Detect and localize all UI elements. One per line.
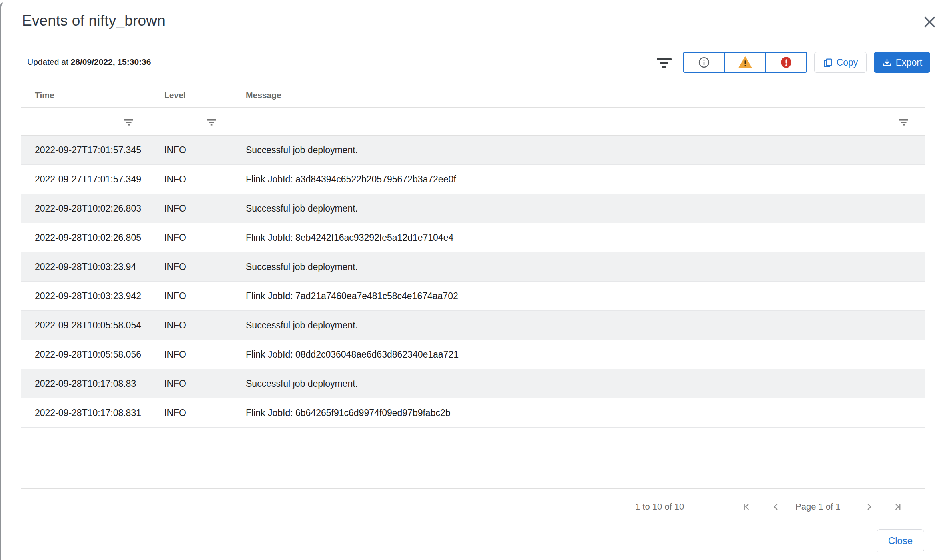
table-row: 2022-09-28T10:05:58.056INFOFlink JobId: … [21,340,925,369]
cell-message: Successful job deployment. [246,194,358,223]
pagination-bar: 1 to 10 of 10 Page 1 of 1 [1,497,939,516]
cell-message: Successful job deployment. [246,136,358,164]
cell-time: 2022-09-28T10:17:08.83 [35,369,136,398]
filter-icon [207,118,216,126]
updated-at-label: Updated at [27,57,68,66]
copy-button-label: Copy [837,57,858,68]
filter-warning-button[interactable] [724,53,765,72]
info-icon [698,56,710,68]
filter-error-button[interactable] [765,53,806,72]
dialog-title: Events of nifty_brown [22,12,165,29]
cell-time: 2022-09-27T17:01:57.349 [35,165,141,194]
cell-level: INFO [164,398,186,427]
cell-level: INFO [164,252,186,281]
cell-message: Successful job deployment. [246,311,358,340]
cell-time: 2022-09-28T10:03:23.94 [35,252,136,281]
cell-level: INFO [164,369,186,398]
cell-time: 2022-09-28T10:05:58.054 [35,311,141,340]
column-header-level: Level [164,83,186,108]
cell-message: Flink JobId: 6b64265f91c6d9974f09ed97b9f… [246,398,451,427]
cell-time: 2022-09-27T17:01:57.345 [35,136,141,164]
first-page-icon [741,501,752,512]
events-table: Time Level Message 2022-09-27T17:01:57.3 [21,83,925,428]
cell-level: INFO [164,282,186,310]
cell-level: INFO [164,194,186,223]
column-header-time: Time [35,83,54,108]
toolbar-filter-icon [656,57,672,71]
cell-time: 2022-09-28T10:02:26.803 [35,194,141,223]
last-page-icon [892,501,903,512]
pagination-range-label: 1 to 10 of 10 [635,497,684,516]
cell-time: 2022-09-28T10:17:08.831 [35,398,141,427]
close-icon [921,14,938,30]
pagination-page-label: Page 1 of 1 [795,497,841,516]
table-row: 2022-09-27T17:01:57.345INFOSuccessful jo… [21,136,925,165]
export-button[interactable]: Export [874,52,930,73]
copy-icon [823,58,833,68]
warning-icon [738,56,752,68]
table-row: 2022-09-28T10:17:08.83INFOSuccessful job… [21,369,925,398]
filter-icon [899,118,909,126]
table-header-row: Time Level Message [21,83,925,108]
export-button-label: Export [896,57,922,68]
close-button[interactable]: Close [877,529,924,552]
table-row: 2022-09-28T10:02:26.805INFOFlink JobId: … [21,223,925,252]
table-row: 2022-09-28T10:17:08.831INFOFlink JobId: … [21,398,925,428]
cell-message: Successful job deployment. [246,252,358,281]
chevron-right-icon [863,501,875,512]
updated-at-value: 28/09/2022, 15:30:36 [71,57,151,66]
cell-level: INFO [164,136,186,164]
table-row: 2022-09-28T10:02:26.803INFOSuccessful jo… [21,194,925,223]
chevron-left-icon [770,501,782,512]
first-page-button[interactable] [738,498,755,516]
time-column-filter-button[interactable] [122,116,136,128]
table-filter-row [21,108,925,136]
table-row: 2022-09-28T10:05:58.054INFOSuccessful jo… [21,311,925,340]
cell-message: Flink JobId: 8eb4242f16ac93292fe5a12d1e7… [246,223,453,252]
cell-message: Flink JobId: a3d84394c6522b205795672b3a7… [246,165,456,194]
cell-time: 2022-09-28T10:05:58.056 [35,340,141,369]
cell-level: INFO [164,311,186,340]
table-row: 2022-09-27T17:01:57.349INFOFlink JobId: … [21,165,925,194]
last-page-button[interactable] [889,498,907,516]
table-body: 2022-09-27T17:01:57.345INFOSuccessful jo… [21,136,925,428]
cell-message: Successful job deployment. [246,369,358,398]
column-header-message: Message [246,83,281,108]
events-dialog: Events of nifty_brown Updated at 28/09/2… [0,0,939,560]
download-icon [882,57,892,68]
next-page-button[interactable] [860,498,878,516]
cell-message: Flink JobId: 08dd2c036048ae6d63d862340e1… [246,340,459,369]
error-icon [780,56,792,68]
cell-level: INFO [164,340,186,369]
cell-message: Flink JobId: 7ad21a7460ea7e481c58c4e1674… [246,282,458,310]
dialog-close-button[interactable] [919,12,939,32]
cell-level: INFO [164,165,186,194]
pagination-divider [21,488,925,489]
table-row: 2022-09-28T10:03:23.942INFOFlink JobId: … [21,282,925,311]
cell-level: INFO [164,223,186,252]
updated-at-text: Updated at 28/09/2022, 15:30:36 [27,57,151,67]
cell-time: 2022-09-28T10:02:26.805 [35,223,141,252]
filter-icon [124,118,134,126]
level-column-filter-button[interactable] [205,116,218,128]
previous-page-button[interactable] [767,498,785,516]
cell-time: 2022-09-28T10:03:23.942 [35,282,141,310]
filter-info-button[interactable] [684,53,724,72]
level-filter-group [683,52,807,73]
copy-button[interactable]: Copy [814,52,867,73]
message-column-filter-button[interactable] [897,116,911,128]
table-row: 2022-09-28T10:03:23.94INFOSuccessful job… [21,252,925,282]
